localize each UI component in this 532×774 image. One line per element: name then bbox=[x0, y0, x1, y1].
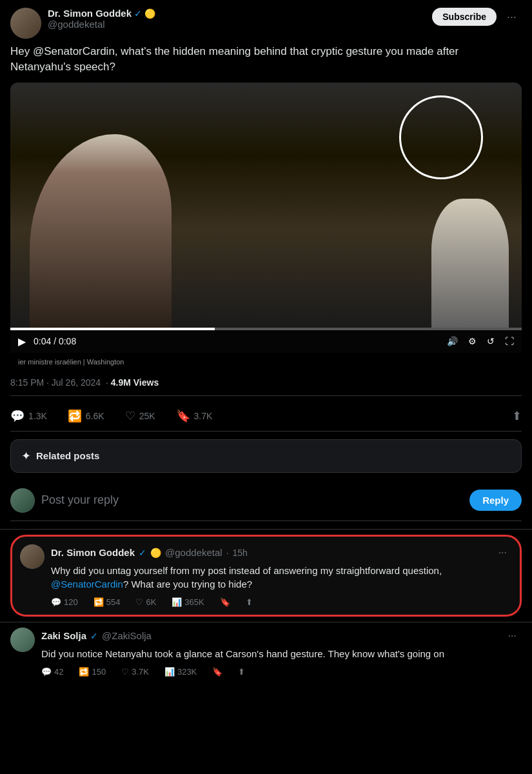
second-views-icon: 📊 bbox=[164, 667, 175, 677]
second-reply-text: Did you notice Netanyahu took a glance a… bbox=[41, 647, 522, 660]
second-share-icon: ⬆ bbox=[238, 667, 245, 677]
second-reply-display-name: Zaki Solja bbox=[41, 630, 86, 641]
reply-tweet-row: Dr. Simon Goddek ✓ 🟡 @goddeketal · 15h ·… bbox=[20, 544, 512, 607]
second-like-icon: ♡ bbox=[121, 667, 129, 677]
more-options-icon[interactable]: ··· bbox=[502, 8, 522, 26]
reply-share-icon: ⬆ bbox=[246, 597, 253, 607]
retweet-icon: 🔁 bbox=[68, 409, 82, 423]
second-views-count: 323K bbox=[177, 667, 197, 677]
highlighted-reply: Dr. Simon Goddek ✓ 🟡 @goddeketal · 15h ·… bbox=[10, 535, 522, 617]
reply-avatar[interactable] bbox=[20, 544, 44, 569]
video-caption: ier ministre israélien | Washington bbox=[18, 358, 124, 366]
second-reply-more-icon[interactable]: ··· bbox=[503, 628, 522, 644]
second-likes-count: 3.7K bbox=[132, 667, 149, 677]
reply-display-name: Dr. Simon Goddek bbox=[51, 547, 135, 558]
volume-icon[interactable]: 🔊 bbox=[447, 336, 458, 346]
mention-senator[interactable]: @SenatorCardin bbox=[51, 579, 123, 590]
reply-likes-count: 6K bbox=[146, 597, 156, 607]
reply-comments-count: 120 bbox=[64, 597, 78, 607]
video-progress-fill bbox=[10, 328, 215, 330]
reply-button[interactable]: Reply bbox=[469, 490, 522, 511]
reply-bookmark-icon: 🔖 bbox=[220, 597, 230, 607]
subscribe-button[interactable]: Subscribe bbox=[432, 8, 497, 26]
second-bookmark-stat[interactable]: 🔖 bbox=[212, 667, 222, 677]
comments-count: 1.3K bbox=[28, 411, 47, 421]
reply-placeholder[interactable]: Post your reply bbox=[41, 493, 463, 507]
bookmarks-count: 3.7K bbox=[194, 411, 213, 421]
second-reply-tweet: Zaki Solja ✓ @ZakiSolja ··· Did you noti… bbox=[10, 628, 522, 677]
replay-icon[interactable]: ↺ bbox=[487, 336, 495, 346]
second-reply-stats: 💬 42 🔁 150 ♡ 3.7K 📊 323K 🔖 bbox=[41, 667, 522, 677]
reply-verified-icon: ✓ bbox=[139, 548, 146, 558]
reply-views-stat[interactable]: 📊 365K bbox=[172, 597, 204, 607]
reply-views-icon: 📊 bbox=[172, 597, 182, 607]
username: @goddeketal bbox=[48, 19, 427, 30]
second-reply-content: Zaki Solja ✓ @ZakiSolja ··· Did you noti… bbox=[41, 628, 522, 677]
second-reply-avatar[interactable] bbox=[10, 628, 35, 652]
reply-time: · bbox=[226, 548, 229, 558]
reply-retweet-icon: 🔁 bbox=[94, 597, 104, 607]
tweet-timestamp: 8:15 PM · Jul 26, 2024 bbox=[10, 377, 101, 388]
reply-likes-stat[interactable]: ♡ 6K bbox=[135, 597, 156, 607]
share-icon[interactable]: ⬆ bbox=[512, 409, 522, 423]
reply-more-icon[interactable]: ··· bbox=[493, 544, 512, 561]
video-controls[interactable]: ▶ 0:04 / 0:08 🔊 ⚙ ↺ ⛶ bbox=[10, 330, 522, 353]
retweets-count: 6.6K bbox=[86, 411, 104, 421]
second-bookmark-icon: 🔖 bbox=[212, 667, 222, 677]
main-tweet: Dr. Simon Goddek ✓ 🟡 @goddeketal Subscri… bbox=[0, 0, 532, 530]
reply-header: Dr. Simon Goddek ✓ 🟡 @goddeketal · 15h ·… bbox=[51, 544, 512, 561]
likes-stat[interactable]: ♡ 25K bbox=[125, 409, 155, 423]
tweet-views: 4.9M Views bbox=[111, 377, 159, 388]
author-info: Dr. Simon Goddek ✓ 🟡 @goddeketal bbox=[48, 8, 427, 30]
settings-icon[interactable]: ⚙ bbox=[468, 336, 477, 346]
second-retweet-icon: 🔁 bbox=[79, 667, 89, 677]
sparkle-icon: ✦ bbox=[21, 449, 31, 463]
reply-box[interactable]: Post your reply Reply bbox=[10, 481, 522, 521]
related-posts-button[interactable]: ✦ Related posts bbox=[10, 439, 522, 473]
video-time: 0:04 / 0:08 bbox=[34, 336, 76, 346]
reply-username: @goddeketal bbox=[165, 547, 222, 558]
second-likes-stat[interactable]: ♡ 3.7K bbox=[121, 667, 149, 677]
comments-stat[interactable]: 💬 1.3K bbox=[10, 409, 47, 423]
video-figure-main bbox=[30, 134, 172, 328]
likes-count: 25K bbox=[139, 411, 155, 421]
video-progress-bar[interactable] bbox=[10, 328, 522, 330]
reply-time-value: 15h bbox=[233, 548, 248, 558]
second-reply-username: @ZakiSolja bbox=[102, 630, 152, 641]
second-comment-icon: 💬 bbox=[41, 667, 52, 677]
reply-comments-stat[interactable]: 💬 120 bbox=[51, 597, 78, 607]
related-posts-label: Related posts bbox=[36, 450, 99, 461]
reply-content: Dr. Simon Goddek ✓ 🟡 @goddeketal · 15h ·… bbox=[51, 544, 512, 607]
bookmarks-stat[interactable]: 🔖 3.7K bbox=[176, 409, 213, 423]
author-avatar[interactable] bbox=[10, 8, 41, 39]
video-circle-annotation bbox=[399, 95, 483, 179]
reply-comment-icon: 💬 bbox=[51, 597, 61, 607]
tweet-stats: 💬 1.3K 🔁 6.6K ♡ 25K 🔖 3.7K ⬆ bbox=[10, 404, 522, 432]
reply-like-icon: ♡ bbox=[135, 597, 143, 607]
tweet-text: Hey @SenatorCardin, what's the hidden me… bbox=[10, 44, 522, 75]
reply-retweets-stat[interactable]: 🔁 554 bbox=[94, 597, 121, 607]
play-button[interactable]: ▶ bbox=[18, 335, 26, 348]
display-name: Dr. Simon Goddek bbox=[48, 8, 132, 19]
second-reply-header: Zaki Solja ✓ @ZakiSolja ··· bbox=[41, 628, 522, 644]
second-comments-count: 42 bbox=[54, 667, 63, 677]
reply-views-count: 365K bbox=[184, 597, 204, 607]
second-views-stat[interactable]: 📊 323K bbox=[164, 667, 197, 677]
video-player[interactable]: ▶ 0:04 / 0:08 🔊 ⚙ ↺ ⛶ ier ministre israé… bbox=[10, 83, 522, 370]
reply-share-stat[interactable]: ⬆ bbox=[246, 597, 253, 607]
second-share-stat[interactable]: ⬆ bbox=[238, 667, 245, 677]
retweets-stat[interactable]: 🔁 6.6K bbox=[68, 409, 104, 423]
reply-retweets-count: 554 bbox=[106, 597, 121, 607]
current-user-avatar bbox=[10, 488, 35, 513]
second-retweets-stat[interactable]: 🔁 150 bbox=[79, 667, 106, 677]
reply-text: Why did you untag yourself from my post … bbox=[51, 564, 512, 591]
tweet-meta: 8:15 PM · Jul 26, 2024 · 4.9M Views bbox=[10, 377, 522, 396]
reply-bookmark-stat[interactable]: 🔖 bbox=[220, 597, 230, 607]
like-icon: ♡ bbox=[125, 409, 135, 423]
fullscreen-icon[interactable]: ⛶ bbox=[505, 336, 514, 346]
gold-badge-icon: 🟡 bbox=[144, 8, 155, 19]
second-comments-stat[interactable]: 💬 42 bbox=[41, 667, 63, 677]
reply-stats: 💬 120 🔁 554 ♡ 6K 📊 365K bbox=[51, 597, 512, 607]
bookmark-icon: 🔖 bbox=[176, 409, 190, 423]
first-reply-wrapper: Dr. Simon Goddek ✓ 🟡 @goddeketal · 15h ·… bbox=[0, 530, 532, 622]
